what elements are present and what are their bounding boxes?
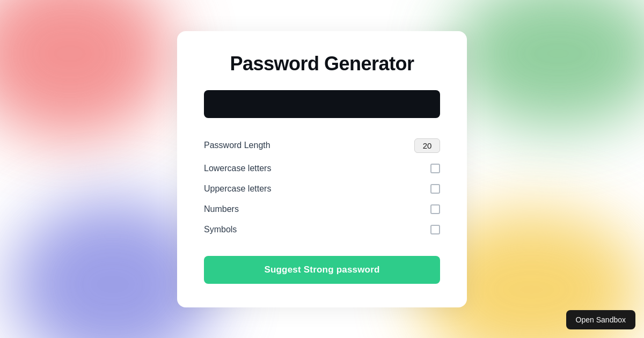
password-length-row: Password Length 20 bbox=[204, 133, 440, 158]
blob-green bbox=[451, 0, 644, 129]
suggest-strong-password-button[interactable]: Suggest Strong password bbox=[204, 256, 440, 284]
numbers-checkbox[interactable] bbox=[430, 204, 440, 214]
uppercase-checkbox[interactable] bbox=[430, 184, 440, 194]
open-sandbox-button[interactable]: Open Sandbox bbox=[566, 310, 635, 329]
lowercase-label: Lowercase letters bbox=[204, 164, 271, 173]
blob-red bbox=[0, 0, 172, 139]
symbols-label: Symbols bbox=[204, 225, 237, 234]
options-section: Password Length 20 Lowercase letters Upp… bbox=[204, 133, 440, 240]
symbols-checkbox[interactable] bbox=[430, 225, 440, 234]
password-display bbox=[204, 90, 440, 118]
lowercase-checkbox[interactable] bbox=[430, 164, 440, 173]
password-length-label: Password Length bbox=[204, 141, 270, 150]
uppercase-label: Uppercase letters bbox=[204, 184, 271, 194]
password-length-value[interactable]: 20 bbox=[414, 138, 440, 153]
uppercase-row: Uppercase letters bbox=[204, 179, 440, 199]
password-generator-card: Password Generator Password Length 20 Lo… bbox=[177, 31, 467, 307]
lowercase-row: Lowercase letters bbox=[204, 158, 440, 179]
page-title: Password Generator bbox=[204, 53, 440, 75]
numbers-label: Numbers bbox=[204, 204, 239, 214]
symbols-row: Symbols bbox=[204, 219, 440, 240]
numbers-row: Numbers bbox=[204, 199, 440, 219]
